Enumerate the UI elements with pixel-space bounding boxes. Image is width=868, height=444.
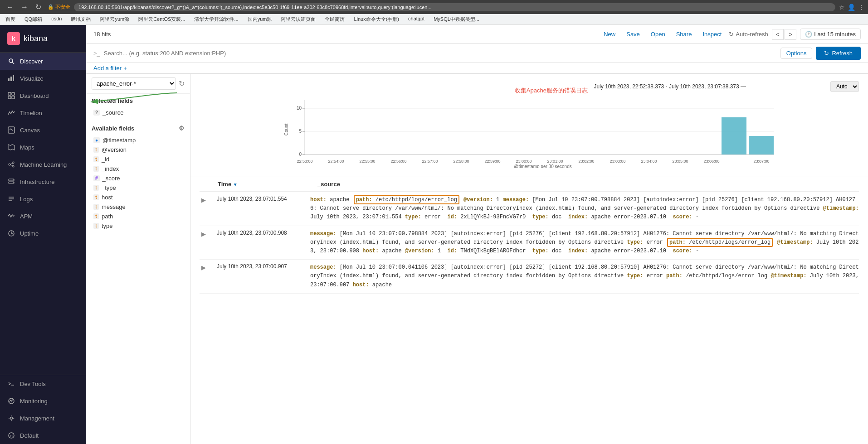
refresh-label: Refresh xyxy=(832,50,853,57)
back-button[interactable]: ← xyxy=(4,2,16,12)
kibana-logo[interactable]: k kibana xyxy=(0,25,86,53)
expand-row-2[interactable]: ▶ xyxy=(200,230,208,238)
chart-area: July 10th 2023, 22:52:38.373 - July 10th… xyxy=(190,74,868,177)
add-filter-button[interactable]: Add a filter + xyxy=(93,65,127,72)
bookmark-baidu[interactable]: 百度 xyxy=(4,15,17,24)
sidebar-item-logs[interactable]: Logs xyxy=(0,190,86,208)
field-name-path: path xyxy=(102,213,113,220)
bookmark-icon[interactable]: ☆ xyxy=(839,4,845,11)
histogram-chart: 0 5 10 xyxy=(200,96,859,168)
fields-gear-icon[interactable]: ⚙ xyxy=(179,125,185,132)
field-item-source[interactable]: ? _source xyxy=(92,108,185,117)
kibana-logo-icon: k xyxy=(7,32,20,45)
save-button[interactable]: Save xyxy=(623,29,644,39)
field-name-timestamp: @timestamp xyxy=(102,137,136,144)
share-button[interactable]: Share xyxy=(673,29,696,39)
refresh-button[interactable]: ↻ Refresh xyxy=(816,47,861,60)
auto-refresh[interactable]: ↻ Auto-refresh xyxy=(729,31,768,38)
visualize-icon xyxy=(7,74,15,82)
field-name-version: @version xyxy=(102,146,127,153)
expand-row-3[interactable]: ▶ xyxy=(200,263,208,272)
interval-select[interactable]: Auto xyxy=(830,81,859,92)
svg-text:@timestamp per 30 seconds: @timestamp per 30 seconds xyxy=(514,164,571,168)
sidebar-item-visualize-label: Visualize xyxy=(20,75,44,82)
bookmark-yum[interactable]: 国内yum源 xyxy=(246,15,274,24)
profile-icon[interactable]: 👤 xyxy=(848,4,855,11)
bookmark-aliyun-yum[interactable]: 阿里云yum源 xyxy=(98,15,131,24)
time-column-header[interactable]: Time ▼ xyxy=(218,181,308,188)
search-input[interactable] xyxy=(104,50,777,57)
bookmark-mysql[interactable]: MySQL中数据类型... xyxy=(432,15,481,24)
index-selector[interactable]: apache_error-* ↻ xyxy=(86,74,190,94)
devtools-icon xyxy=(7,380,15,388)
field-item-timestamp[interactable]: ● @timestamp xyxy=(92,135,185,145)
field-item-message[interactable]: t message xyxy=(92,202,185,212)
sidebar-item-management[interactable]: Management xyxy=(0,410,86,427)
reload-button[interactable]: ↻ xyxy=(33,2,44,12)
field-item-id[interactable]: t _id xyxy=(92,154,185,164)
sidebar-item-default[interactable]: D Default xyxy=(0,427,86,444)
bookmark-tencent[interactable]: 腾讯文档 xyxy=(69,15,93,24)
inspect-button[interactable]: Inspect xyxy=(699,29,725,39)
browser-nav[interactable]: ← → ↻ xyxy=(4,2,44,12)
bookmark-aliyun-cert[interactable]: 阿里云认证页面 xyxy=(279,15,317,24)
new-button[interactable]: New xyxy=(600,29,619,39)
options-button[interactable]: Options xyxy=(780,48,813,59)
time-next[interactable]: > xyxy=(785,29,796,40)
sidebar-item-timelion[interactable]: Timelion xyxy=(0,104,86,121)
lock-icon: 🔒 不安全 xyxy=(48,4,70,10)
sidebar-item-visualize[interactable]: Visualize xyxy=(0,70,86,87)
time-prev[interactable]: < xyxy=(772,29,784,40)
sidebar-item-discover[interactable]: Discover xyxy=(0,53,86,70)
bookmark-qqmail[interactable]: QQ邮箱 xyxy=(23,15,44,24)
browser-chrome: ← → ↻ 🔒 不安全 192.168.80.10:5601/app/kiban… xyxy=(0,0,868,14)
svg-text:22:58:00: 22:58:00 xyxy=(453,159,469,164)
browser-url[interactable]: 192.168.80.10:5601/app/kibana#/discover?… xyxy=(74,3,835,11)
field-item-doctype[interactable]: t _type xyxy=(92,183,185,193)
default-icon: D xyxy=(7,431,15,439)
svg-text:23:07:00: 23:07:00 xyxy=(753,159,769,164)
svg-text:23:03:00: 23:03:00 xyxy=(610,159,625,164)
time-range-picker[interactable]: 🕐 Last 15 minutes xyxy=(800,29,861,40)
svg-rect-6 xyxy=(12,92,15,95)
svg-rect-2 xyxy=(8,78,10,81)
field-item-path[interactable]: t path xyxy=(92,212,185,221)
sidebar-item-uptime[interactable]: Uptime xyxy=(0,225,86,242)
field-item-host[interactable]: t host xyxy=(92,193,185,202)
svg-text:D: D xyxy=(10,434,13,438)
menu-icon[interactable]: ⋮ xyxy=(858,4,864,11)
svg-text:23:05:00: 23:05:00 xyxy=(672,159,688,164)
bookmark-linux[interactable]: Linux命令大全(手册) xyxy=(352,15,401,24)
bookmark-aliyun-centos[interactable]: 阿里云CentOS安装... xyxy=(137,15,187,24)
sidebar-item-apm[interactable]: APM xyxy=(0,208,86,225)
field-name-message: message xyxy=(102,203,126,210)
index-select[interactable]: apache_error-* xyxy=(92,77,176,90)
sidebar-item-dashboard[interactable]: Dashboard xyxy=(0,87,86,104)
results-header: Time ▼ _source xyxy=(200,177,859,192)
sidebar-item-devtools[interactable]: Dev Tools xyxy=(0,375,86,392)
sidebar-item-monitoring[interactable]: Monitoring xyxy=(0,392,86,410)
sidebar-item-ml[interactable]: Machine Learning xyxy=(0,156,86,173)
bookmark-chatgpt[interactable]: chatgpt xyxy=(406,15,426,24)
open-button[interactable]: Open xyxy=(647,29,669,39)
field-item-score[interactable]: # _score xyxy=(92,174,185,183)
forward-button[interactable]: → xyxy=(18,2,31,12)
time-nav[interactable]: < > xyxy=(772,29,796,40)
refresh-icon: ↻ xyxy=(729,31,734,38)
index-refresh-button[interactable]: ↻ xyxy=(179,79,185,88)
auto-interval[interactable]: Auto xyxy=(830,81,859,92)
sidebar-item-maps[interactable]: Maps xyxy=(0,139,86,156)
bookmark-csdn[interactable]: csdn xyxy=(49,15,63,24)
logs-icon xyxy=(7,195,15,203)
sidebar-item-infrastructure[interactable]: Infrastructure xyxy=(0,173,86,190)
bookmark-resume[interactable]: 全民简历 xyxy=(323,15,346,24)
field-item-index[interactable]: t _index xyxy=(92,164,185,174)
field-name-doctype: _type xyxy=(102,184,116,191)
field-item-version[interactable]: t @version xyxy=(92,145,185,154)
svg-text:5: 5 xyxy=(299,129,302,134)
selected-fields-header: Selected fields xyxy=(92,97,185,104)
expand-row-1[interactable]: ▶ xyxy=(200,196,208,204)
bookmark-tsinghua[interactable]: 清华大学开源软件... xyxy=(192,15,240,24)
sidebar-item-canvas[interactable]: Canvas xyxy=(0,121,86,139)
field-item-type[interactable]: t type xyxy=(92,221,185,231)
